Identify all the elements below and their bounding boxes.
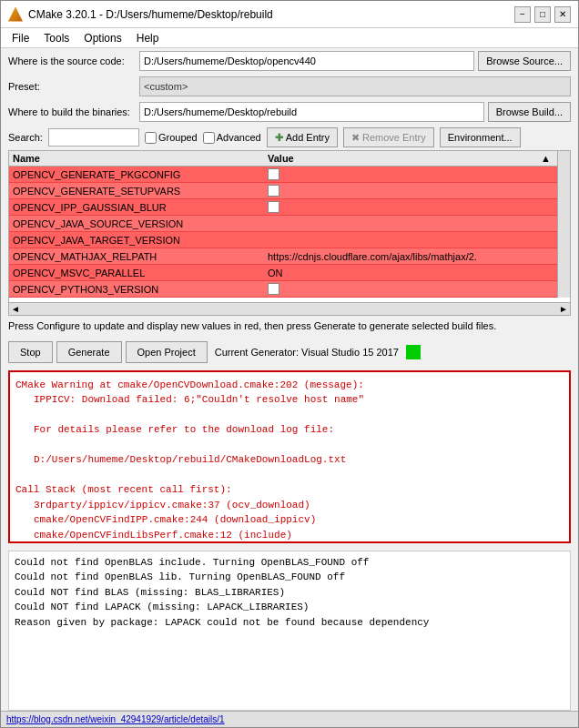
row-value-2: [268, 201, 554, 213]
checkbox-7[interactable]: [268, 283, 279, 295]
output-line-3: Could NOT find LAPACK (missing: LAPACK_L…: [15, 600, 564, 615]
app-icon: [8, 7, 23, 22]
table-row[interactable]: OPENCV_PYTHON3_VERSION: [9, 281, 557, 298]
row-value-6: ON: [268, 268, 554, 278]
table-row[interactable]: OPENCV_MATHJAX_RELPATH https://cdnjs.clo…: [9, 248, 557, 265]
entries-table: Name Value ▲ OPENCV_GENERATE_PKGCONFIG O…: [8, 150, 571, 303]
grouped-checkbox-label[interactable]: Grouped: [145, 132, 198, 144]
table-row[interactable]: OPENCV_JAVA_SOURCE_VERSION: [9, 216, 557, 232]
generator-label: Current Generator: Visual Studio 15 2017: [215, 347, 399, 358]
row-name-4: OPENCV_JAVA_TARGET_VERSION: [13, 235, 268, 246]
generator-status-indicator: [406, 345, 421, 359]
row-name-3: OPENCV_JAVA_SOURCE_VERSION: [13, 218, 268, 229]
advanced-checkbox-label[interactable]: Advanced: [203, 132, 261, 144]
browse-source-button[interactable]: Browse Source...: [478, 51, 571, 71]
preset-label: Preset:: [8, 81, 136, 92]
remove-icon: ✖: [351, 132, 360, 144]
window-controls: − □ ✕: [514, 6, 571, 23]
log-line-5: D:/Users/humeme/Desktop/rebuild/CMakeDow…: [15, 452, 564, 468]
status-bar: https://blog.csdn.net/weixin_42941929/ar…: [1, 711, 578, 727]
window-title: CMake 3.20.1 - D:/Users/humeme/Desktop/r…: [28, 8, 514, 21]
output-line-4: Reason given by package: LAPACK could no…: [15, 615, 564, 631]
source-input[interactable]: [139, 51, 474, 71]
hscroll-right[interactable]: ►: [557, 304, 570, 314]
log-area: CMake Warning at cmake/OpenCVDownload.cm…: [8, 370, 571, 543]
add-entry-button[interactable]: ✚ Add Entry: [267, 127, 338, 147]
log-line-6: [15, 468, 564, 483]
advanced-checkbox[interactable]: [203, 132, 215, 144]
search-row: Search: Grouped Advanced ✚ Add Entry ✖ R…: [1, 125, 578, 150]
menu-help[interactable]: Help: [129, 30, 167, 46]
stop-button[interactable]: Stop: [8, 341, 53, 363]
build-input[interactable]: [139, 102, 484, 122]
row-name-5: OPENCV_MATHJAX_RELPATH: [13, 251, 268, 262]
grouped-label: Grouped: [158, 132, 198, 143]
table-row[interactable]: OPENCV_GENERATE_SETUPVARS: [9, 183, 557, 199]
grouped-checkbox[interactable]: [145, 132, 157, 144]
log-line-7: Call Stack (most recent call first):: [15, 482, 564, 498]
table-hscrollbar[interactable]: ◄ ►: [8, 303, 571, 316]
status-message: Press Configure to update and display ne…: [8, 320, 496, 331]
header-name: Name: [13, 153, 268, 164]
source-label: Where is the source code:: [8, 56, 136, 66]
advanced-label: Advanced: [217, 132, 261, 143]
add-entry-label: Add Entry: [286, 132, 330, 143]
source-row: Where is the source code: Browse Source.…: [1, 48, 578, 74]
close-button[interactable]: ✕: [554, 6, 571, 23]
remove-entry-button[interactable]: ✖ Remove Entry: [343, 127, 434, 147]
minimize-button[interactable]: −: [514, 6, 531, 23]
row-value-7: [268, 283, 554, 295]
output-area: Could not find OpenBLAS include. Turning…: [8, 551, 571, 711]
status-link[interactable]: https://blog.csdn.net/weixin_42941929/ar…: [6, 714, 225, 724]
search-input[interactable]: [48, 128, 139, 147]
table-scrollbar[interactable]: [557, 151, 570, 298]
action-row: Stop Generate Open Project Current Gener…: [1, 338, 578, 367]
hscroll-left[interactable]: ◄: [9, 304, 22, 314]
log-line-1: IPPICV: Download failed: 6;"Couldn't res…: [15, 392, 564, 408]
menu-bar: File Tools Options Help: [1, 28, 578, 48]
row-name-6: OPENCV_MSVC_PARALLEL: [13, 268, 268, 278]
row-name-0: OPENCV_GENERATE_PKGCONFIG: [13, 169, 268, 180]
table-row[interactable]: OPENCV_GENERATE_PKGCONFIG: [9, 167, 557, 183]
table-header: Name Value ▲: [9, 151, 557, 167]
browse-build-button[interactable]: Browse Build...: [488, 102, 571, 122]
log-line-0: CMake Warning at cmake/OpenCVDownload.cm…: [15, 378, 564, 393]
row-name-2: OPENCV_IPP_GAUSSIAN_BLUR: [13, 202, 268, 213]
environment-button[interactable]: Environment...: [440, 127, 521, 147]
menu-tools[interactable]: Tools: [36, 30, 76, 46]
checkbox-2[interactable]: [268, 201, 279, 213]
open-project-button[interactable]: Open Project: [126, 341, 208, 363]
row-name-1: OPENCV_GENERATE_SETUPVARS: [13, 186, 268, 197]
table-body: OPENCV_GENERATE_PKGCONFIG OPENCV_GENERAT…: [9, 167, 557, 298]
log-line-2: [15, 408, 564, 423]
menu-options[interactable]: Options: [76, 30, 128, 46]
row-value-5: https://cdnjs.cloudflare.com/ajax/libs/m…: [268, 251, 554, 262]
preset-row: Preset:: [1, 74, 578, 99]
build-label: Where to build the binaries:: [8, 106, 136, 117]
table-row[interactable]: OPENCV_IPP_GAUSSIAN_BLUR: [9, 199, 557, 216]
checkbox-0[interactable]: [268, 168, 279, 180]
plus-icon: ✚: [275, 132, 283, 144]
status-text: Press Configure to update and display ne…: [1, 316, 578, 337]
table-row[interactable]: OPENCV_JAVA_TARGET_VERSION: [9, 232, 557, 248]
generate-button[interactable]: Generate: [56, 341, 122, 363]
row-value-0: [268, 168, 554, 180]
title-bar: CMake 3.20.1 - D:/Users/humeme/Desktop/r…: [1, 1, 578, 28]
menu-file[interactable]: File: [5, 30, 36, 46]
checkbox-1[interactable]: [268, 185, 279, 197]
log-line-4: [15, 438, 564, 453]
remove-entry-label: Remove Entry: [362, 132, 426, 143]
header-value: Value: [268, 153, 541, 164]
output-line-0: Could not find OpenBLAS include. Turning…: [15, 555, 564, 571]
preset-input[interactable]: [139, 76, 571, 96]
restore-button[interactable]: □: [534, 6, 551, 23]
sort-arrow: ▲: [541, 153, 554, 164]
output-line-2: Could NOT find BLAS (missing: BLAS_LIBRA…: [15, 585, 564, 601]
log-line-3: For details please refer to the download…: [15, 422, 564, 438]
log-line-8: 3rdparty/ippicv/ippicv.cmake:37 (ocv_dow…: [15, 498, 564, 513]
search-label: Search:: [8, 132, 43, 143]
table-row[interactable]: OPENCV_MSVC_PARALLEL ON: [9, 265, 557, 281]
build-row: Where to build the binaries: Browse Buil…: [1, 99, 578, 125]
row-value-1: [268, 185, 554, 197]
environment-label: Environment...: [448, 132, 513, 143]
